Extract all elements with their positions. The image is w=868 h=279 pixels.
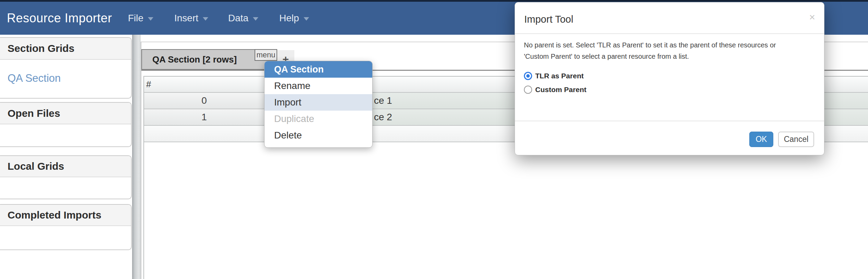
menu-help-label: Help (279, 13, 299, 24)
chevron-down-icon (253, 17, 258, 21)
sidebar-header-open-files[interactable]: Open Files (0, 103, 131, 124)
chevron-down-icon (304, 17, 309, 21)
radio-custom-parent[interactable]: Custom Parent (524, 85, 586, 94)
dialog-body-text: No parent is set. Select 'TLR as Parent'… (524, 40, 814, 62)
menu-file-label: File (128, 13, 143, 24)
sidebar-item-qa-section[interactable]: QA Section (0, 72, 131, 85)
radio-custom-label: Custom Parent (535, 86, 586, 94)
dialog-title: Import Tool (524, 14, 573, 25)
sidebar-panel-local-grids: Local Grids (0, 155, 132, 199)
context-menu-title-label: QA Section (274, 64, 324, 75)
app-title: Resource Importer (7, 2, 112, 35)
menu-insert-label: Insert (174, 13, 198, 24)
menu-data-label: Data (228, 13, 248, 24)
grid-menu-button[interactable]: menu (255, 49, 277, 61)
context-menu-title: QA Section (265, 61, 372, 78)
menu-data[interactable]: Data (228, 2, 258, 35)
sidebar-header-completed-imports[interactable]: Completed Imports (0, 205, 131, 226)
grid-menu-button-label: menu (256, 51, 275, 59)
resource-importer-app: Resource Importer File Insert Data Help … (0, 0, 868, 279)
dialog-body-line1: No parent is set. Select 'TLR as Parent'… (524, 40, 814, 51)
context-menu-item-rename[interactable]: Rename (265, 78, 372, 94)
close-icon[interactable]: × (809, 12, 815, 22)
sidebar-scrollbar[interactable] (132, 35, 141, 279)
sidebar-panel-open-files: Open Files (0, 102, 132, 147)
context-menu-item-import[interactable]: Import (265, 94, 372, 111)
dialog-footer-divider (515, 121, 824, 121)
radio-tlr-label: TLR as Parent (535, 72, 584, 80)
radio-tlr-as-parent[interactable]: TLR as Parent (524, 71, 584, 80)
menu-help[interactable]: Help (279, 2, 309, 35)
dialog-body-line2: 'Custom Parent' to select a parent resou… (524, 51, 814, 62)
grid-cell-value-text: ce 1 (374, 95, 392, 106)
grid-context-menu: QA Section Rename Import Duplicate Delet… (264, 61, 373, 148)
menu-insert[interactable]: Insert (174, 2, 208, 35)
context-menu-item-delete[interactable]: Delete (265, 127, 372, 144)
grid-header-index[interactable]: # (144, 77, 264, 92)
context-menu-item-duplicate: Duplicate (265, 111, 372, 127)
import-tool-dialog: Import Tool × No parent is set. Select '… (515, 2, 824, 155)
radio-selected-icon[interactable] (524, 72, 532, 80)
sidebar-panel-section-grids: Section Grids QA Section (0, 37, 132, 99)
grid-cell-index: 1 (144, 109, 264, 125)
chevron-down-icon (203, 17, 208, 21)
sidebar-panel-completed-imports: Completed Imports (0, 204, 132, 250)
sidebar-header-section-grids[interactable]: Section Grids (0, 38, 131, 60)
sidebar-header-label: Local Grids (8, 160, 64, 172)
sidebar-header-label: Completed Imports (8, 209, 101, 221)
tab-qa-section-label: QA Section [2 rows] (152, 54, 237, 65)
radio-unselected-icon[interactable] (524, 86, 532, 94)
menu-file[interactable]: File (128, 2, 153, 35)
grid-cell-index: 0 (144, 93, 264, 109)
sidebar-header-local-grids[interactable]: Local Grids (0, 156, 131, 177)
chevron-down-icon (148, 17, 153, 21)
dialog-header: Import Tool × (515, 2, 824, 34)
grid-cell-value-text: ce 2 (374, 112, 392, 123)
cancel-button[interactable]: Cancel (778, 132, 814, 147)
sidebar-header-label: Open Files (8, 108, 60, 119)
sidebar-header-label: Section Grids (8, 43, 74, 54)
ok-button[interactable]: OK (749, 132, 773, 147)
